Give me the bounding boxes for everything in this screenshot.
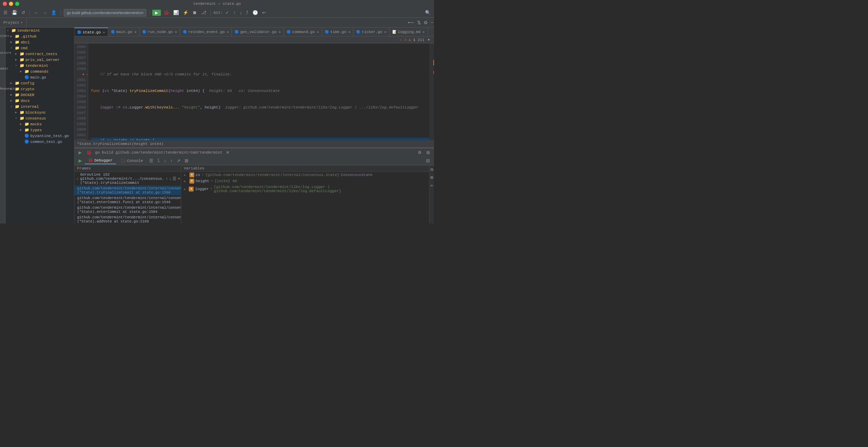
debug-settings-btn[interactable]: ⚙	[416, 149, 423, 156]
tab-close-icon[interactable]: ✕	[227, 30, 229, 34]
tree-item-config[interactable]: ▶ 📁 config	[6, 80, 74, 86]
debug-split-btn[interactable]: ⊟	[425, 157, 431, 164]
debug-maximize-btn[interactable]: ⊞	[425, 149, 431, 156]
toolbar-forward-btn[interactable]: →	[41, 9, 48, 16]
tree-item-crypto[interactable]: ▶ 📁 crypto	[6, 86, 74, 92]
tree-item-types[interactable]: ▶ 📁 types	[6, 127, 74, 133]
tree-settings[interactable]: ⚙	[423, 19, 428, 26]
vars-copy-btn[interactable]: ⧉	[430, 167, 434, 173]
tab-reindex-event[interactable]: 🔵 reindex_event.go ✕	[180, 28, 232, 36]
goroutine-list-btn[interactable]: ☰	[173, 176, 176, 181]
tree-item-docs[interactable]: ▶ 📁 docs	[6, 98, 74, 104]
tree-item-contract-tests[interactable]: ▶ 📁 contract_tests	[6, 51, 74, 57]
toolbar-menu-btn[interactable]: ☰	[2, 9, 9, 16]
var-row-cs[interactable]: ▶ ● cs = {github.com/tendermint/tendermi…	[181, 172, 429, 178]
coverage-btn[interactable]: 📊	[172, 9, 180, 16]
git-pull-btn[interactable]: ↓	[238, 9, 244, 16]
profile-btn[interactable]: ⚡	[182, 9, 190, 16]
debug-list-btn[interactable]: ☰	[148, 157, 155, 164]
tree-item-blocksync[interactable]: ▶ 📁 blocksync	[6, 110, 74, 115]
project-tab-label[interactable]: Project ▾	[0, 18, 27, 27]
tab-logging-md[interactable]: 📝 logging.md ✕	[390, 28, 428, 36]
debugger-tab[interactable]: 🐞 Debugger	[85, 157, 116, 164]
tab-close-icon[interactable]: ✕	[103, 30, 105, 34]
debug-resume-btn[interactable]: ▶	[77, 157, 83, 164]
debug-icon-btn[interactable]: 🐞	[85, 149, 93, 156]
tab-gen-validator[interactable]: 🔵 gen_validator.go ✕	[232, 28, 284, 36]
toolbar-sync-btn[interactable]: ↺	[20, 9, 27, 16]
goroutine-add-btn[interactable]: +	[178, 176, 180, 181]
tree-item-consensus[interactable]: ▾ 📁 consensus	[6, 115, 74, 121]
toolbar-save-btn[interactable]: 💾	[10, 9, 19, 16]
tree-item-priv-val[interactable]: ▶ 📁 priv_val_server	[6, 57, 74, 63]
tab-close-icon[interactable]: ✕	[348, 30, 350, 34]
tab-command-go[interactable]: 🔵 command.go ✕	[284, 28, 322, 36]
frame-row-1[interactable]: github.com/tendermint/tendermint/interna…	[74, 195, 181, 205]
tree-item-main-go[interactable]: 🔵 main.go	[6, 74, 74, 80]
git-update-btn[interactable]: ✓	[224, 9, 230, 16]
structure-icon[interactable]: Structure	[0, 51, 12, 55]
git-branch-btn[interactable]: ⤴	[245, 9, 250, 16]
tab-close-icon[interactable]: ✕	[279, 30, 281, 34]
debug-run-cursor-btn[interactable]: ↗	[175, 157, 182, 164]
debug-btn[interactable]: 🐞	[162, 9, 170, 16]
tab-close-icon[interactable]: ✕	[423, 30, 425, 34]
tree-scroll-up[interactable]: ⟵	[407, 19, 415, 26]
tab-close-icon[interactable]: ✕	[384, 30, 386, 34]
debug-grid-btn[interactable]: ⊞	[183, 157, 190, 164]
stop-btn[interactable]: ⏹	[191, 9, 198, 16]
debug-close-btn[interactable]: ✕	[225, 149, 231, 156]
tree-item-commands[interactable]: ▶ 📁 commands	[6, 69, 74, 74]
search-btn[interactable]: 🔍	[424, 9, 432, 16]
build-url-input[interactable]	[64, 9, 146, 17]
commit-icon[interactable]: Commit	[0, 67, 9, 72]
tab-close-icon[interactable]: ✕	[317, 30, 319, 34]
tree-item-internal[interactable]: ▾ 📁 internal	[6, 104, 74, 110]
tab-run-node[interactable]: 🔵 run_node.go ✕	[140, 28, 180, 36]
tree-hide[interactable]: −	[430, 19, 434, 26]
debug-step-over-btn[interactable]: ⤵	[156, 157, 161, 164]
tree-item-docker[interactable]: ▶ 📁 DOCKER	[6, 92, 74, 98]
project-icon[interactable]: Project	[0, 34, 10, 39]
frame-row-active[interactable]: github.com/tendermint/tendermint/interna…	[74, 186, 181, 195]
expand-warnings-btn[interactable]: ▾	[426, 37, 431, 43]
debug-step-out-btn[interactable]: ↑	[169, 157, 174, 164]
code-content[interactable]: // If we have the block AND +2/3 commits…	[88, 43, 429, 140]
tree-item-tendermint-sub[interactable]: ▾ 📁 tendermint	[6, 63, 74, 69]
tab-close-icon[interactable]: ✕	[175, 30, 177, 34]
tree-item-github[interactable]: ▶ 📁 .github	[6, 33, 74, 39]
tree-item-byzantine-test[interactable]: 🔵 byzantine_test.go	[6, 133, 74, 139]
vars-refresh-btn[interactable]: ∞	[430, 183, 434, 188]
tab-main-go[interactable]: 🔵 main.go ✕	[108, 28, 140, 36]
goroutine-nav-up[interactable]: ↑	[166, 176, 168, 181]
frame-row-2[interactable]: github.com/tendermint/tendermint/interna…	[74, 205, 181, 215]
git-push-btn[interactable]: ↑	[232, 9, 237, 16]
frame-row-3[interactable]: github.com/tendermint/tendermint/interna…	[74, 215, 181, 224]
tab-close-icon[interactable]: ✕	[134, 30, 136, 34]
var-row-logger[interactable]: ▶ ● logger = {github.com/tendermint/tend…	[181, 184, 429, 194]
pull-requests-icon[interactable]: Pull Requests	[0, 86, 16, 91]
tree-item-abci[interactable]: ▶ 📁 abci	[6, 39, 74, 45]
var-row-height[interactable]: ▶ ● height = {int64} 66	[181, 178, 429, 184]
tree-item-cmd[interactable]: ▾ 📁 cmd	[6, 45, 74, 51]
goroutine-row[interactable]: ✓ Goroutine 152 github.com/tendermint/t.…	[74, 172, 181, 186]
debug-step-into-btn[interactable]: ↓	[163, 157, 168, 164]
debug-play-btn[interactable]: ▶	[77, 149, 83, 156]
toolbar-back-btn[interactable]: ←	[32, 9, 40, 16]
tab-time-go[interactable]: 🔵 time.go ✕	[322, 28, 353, 36]
vars-filter-btn[interactable]: ⊞	[430, 175, 434, 180]
maximize-button[interactable]	[15, 2, 19, 6]
tab-ticker-go[interactable]: 🔵 ticker.go ✕	[353, 28, 389, 36]
run-button[interactable]: ▶	[152, 10, 161, 16]
git-undo-btn[interactable]: ↩	[261, 9, 267, 16]
minimize-button[interactable]	[9, 2, 13, 6]
git-history-btn[interactable]: 🕐	[251, 9, 259, 16]
close-button[interactable]	[3, 2, 7, 6]
tab-state-go[interactable]: 🔵 state.go ✕	[74, 28, 108, 36]
tree-collapse-all[interactable]: ⇅	[416, 19, 422, 26]
tree-item-mocks[interactable]: ▶ 📁 mocks	[6, 121, 74, 127]
console-tab[interactable]: ⬛ Console	[117, 157, 146, 164]
tree-item-tendermint-root[interactable]: ▾ 📁 tendermint	[6, 28, 74, 33]
toolbar-user-btn[interactable]: 👤	[50, 9, 58, 16]
git-btn[interactable]: ⎇	[200, 9, 208, 16]
